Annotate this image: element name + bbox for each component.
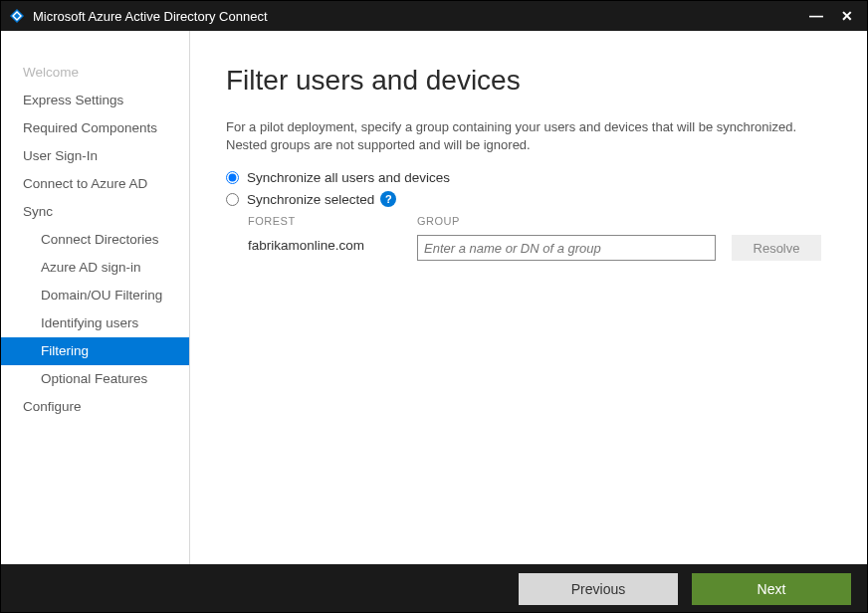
azure-icon [9,8,25,24]
forest-column-header: FOREST [248,215,417,227]
footer: Previous Next [1,564,867,613]
sidebar-item-express-settings[interactable]: Express Settings [1,87,189,114]
sidebar-item-sync[interactable]: Sync [1,198,189,226]
sidebar: Welcome Express Settings Required Compon… [1,31,190,564]
page-description: For a pilot deployment, specify a group … [226,118,831,154]
radio-sync-selected[interactable]: Synchronize selected ? [226,191,831,207]
sidebar-item-configure[interactable]: Configure [1,393,189,421]
forest-value: fabrikamonline.com [248,235,417,253]
sidebar-item-domain-ou-filtering[interactable]: Domain/OU Filtering [1,282,189,309]
page-title: Filter users and devices [226,65,831,97]
radio-sync-all-input[interactable] [226,171,239,184]
resolve-button[interactable]: Resolve [732,235,821,261]
radio-sync-all-label: Synchronize all users and devices [247,170,450,185]
radio-sync-selected-label: Synchronize selected [247,192,374,207]
previous-button[interactable]: Previous [519,573,678,605]
radio-sync-all[interactable]: Synchronize all users and devices [226,170,831,185]
sidebar-item-connect-azure-ad[interactable]: Connect to Azure AD [1,170,189,198]
resolve-column-spacer [732,215,821,227]
filter-grid: FOREST fabrikamonline.com GROUP Resolve [248,215,831,261]
sidebar-item-identifying-users[interactable]: Identifying users [1,309,189,337]
sidebar-item-welcome[interactable]: Welcome [1,59,189,87]
sidebar-item-user-sign-in[interactable]: User Sign-In [1,142,189,170]
help-icon[interactable]: ? [380,191,396,207]
radio-sync-selected-input[interactable] [226,193,239,206]
next-button[interactable]: Next [692,573,851,605]
minimize-icon[interactable]: — [809,8,823,24]
main-content: Filter users and devices For a pilot dep… [190,31,867,564]
sidebar-item-azure-ad-sign-in[interactable]: Azure AD sign-in [1,254,189,282]
group-column-header: GROUP [417,215,716,227]
group-input[interactable] [417,235,716,261]
close-icon[interactable]: ✕ [841,8,853,24]
window-title: Microsoft Azure Active Directory Connect [33,9,809,24]
sidebar-item-connect-directories[interactable]: Connect Directories [1,226,189,254]
window-controls: — ✕ [809,8,859,24]
body: Welcome Express Settings Required Compon… [1,31,867,564]
titlebar: Microsoft Azure Active Directory Connect… [1,1,867,31]
sidebar-item-filtering[interactable]: Filtering [1,337,189,365]
sidebar-item-optional-features[interactable]: Optional Features [1,365,189,393]
sidebar-item-required-components[interactable]: Required Components [1,114,189,142]
